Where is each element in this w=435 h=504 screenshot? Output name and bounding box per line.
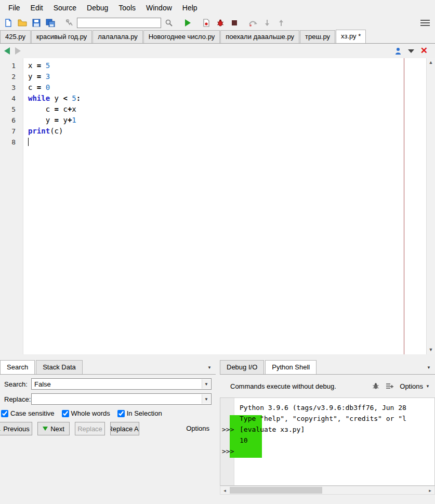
new-file-icon[interactable] [2, 17, 15, 29]
in-selection-input[interactable] [117, 410, 125, 417]
debug-marker-icon[interactable] [394, 47, 402, 55]
combo-dropdown-icon[interactable]: ▼ [202, 394, 210, 404]
file-tab[interactable]: хз.ру * [336, 30, 366, 43]
tab-debug-io[interactable]: Debug I/O [220, 360, 264, 374]
edge-margin-line [404, 58, 404, 354]
bottom-panels: Search Stack Data ▼ Search: False ▼ Repl… [0, 360, 435, 504]
run-icon[interactable] [181, 17, 194, 29]
line-number: 3 [0, 82, 16, 93]
tab-stack-data[interactable]: Stack Data [36, 360, 83, 374]
search-selection-icon[interactable] [63, 17, 75, 29]
toolbar-search-input[interactable] [77, 18, 161, 28]
search-label: Search: [4, 380, 31, 388]
code-line: c = 0 [23, 82, 426, 93]
search-options-row: Case sensitive Whole words In Selection [1, 409, 215, 417]
menu-item-window[interactable]: Window [141, 1, 177, 15]
in-selection-checkbox[interactable]: In Selection [117, 409, 162, 417]
chevron-down-icon[interactable] [408, 49, 414, 53]
file-tab[interactable]: треш.ру [300, 30, 335, 43]
scroll-left-icon[interactable]: ◂ [220, 488, 229, 493]
shell-hscrollbar[interactable]: ◂ ▸ [220, 486, 435, 495]
file-tab[interactable]: лалалала.ру [93, 30, 142, 43]
open-file-icon[interactable] [16, 17, 29, 29]
previous-button[interactable]: Previous [0, 422, 32, 435]
search-buttons-row: Previous Next Replace Replace All Option… [0, 422, 216, 435]
line-number: 7 [0, 126, 16, 137]
panel-menu-dropdown-icon[interactable]: ▼ [427, 365, 431, 370]
menu-item-tools[interactable]: Tools [113, 1, 141, 15]
next-button[interactable]: Next [37, 422, 70, 435]
menu-item-source[interactable]: Source [48, 1, 82, 15]
menu-item-edit[interactable]: Edit [25, 1, 48, 15]
code-editor[interactable]: 12345678 x = 5y = 3c = 0while y < 5: c =… [0, 58, 435, 354]
whole-words-label: Whole words [71, 409, 110, 417]
file-tab[interactable]: 425.py [0, 30, 31, 43]
shell-options-dropdown[interactable]: Options ▼ [400, 382, 430, 390]
shell-bug-icon[interactable] [372, 382, 379, 390]
replace-all-button[interactable]: Replace All [110, 422, 139, 435]
line-number: 5 [0, 104, 16, 115]
hscroll-thumb[interactable] [230, 487, 322, 494]
editor-gutter: 12345678 [0, 58, 23, 354]
stop-icon[interactable] [228, 17, 241, 29]
whole-words-checkbox[interactable]: Whole words [62, 409, 110, 417]
scroll-up-icon[interactable]: ▲ [429, 59, 433, 66]
python-shell[interactable]: Python 3.9.6 (tags/v3.9.6:db3ff76, Jun 2… [220, 397, 435, 486]
search-panel-tabs: Search Stack Data ▼ [0, 360, 216, 375]
debug-bug-icon[interactable] [214, 17, 227, 29]
panel-divider[interactable] [216, 360, 220, 504]
line-number: 1 [0, 60, 16, 71]
shell-history-icon[interactable] [386, 382, 393, 390]
back-icon[interactable] [4, 47, 10, 55]
case-sensitive-checkbox[interactable]: Case sensitive [1, 409, 55, 417]
menubar: FileEditSourceDebugToolsWindowHelp [0, 0, 435, 16]
forward-icon[interactable] [15, 47, 21, 55]
file-tabbar: 425.pyкрасивый год.рулалалала.руНовогодн… [0, 30, 435, 44]
case-sensitive-input[interactable] [1, 410, 8, 417]
whole-words-input[interactable] [62, 410, 69, 417]
close-file-icon[interactable]: ✕ [420, 47, 428, 55]
save-all-icon[interactable] [44, 17, 57, 29]
editor-vscrollbar[interactable]: ▲ ▼ [426, 58, 435, 354]
scroll-right-icon[interactable]: ▸ [426, 488, 434, 493]
replace-combobox[interactable]: ▼ [31, 393, 212, 405]
toolbar-menu-icon[interactable] [420, 20, 430, 26]
up-arrow-icon [0, 427, 1, 431]
menu-item-file[interactable]: File [3, 1, 25, 15]
line-number: 2 [0, 71, 16, 82]
panel-menu-dropdown-icon[interactable]: ▼ [207, 365, 212, 370]
search-value: False [34, 380, 51, 388]
step-into-icon[interactable] [261, 17, 273, 29]
menu-item-debug[interactable]: Debug [82, 1, 113, 15]
horizontal-splitter[interactable] [0, 354, 435, 360]
file-tab[interactable]: красивый год.ру [31, 30, 92, 43]
debug-file-icon[interactable] [200, 17, 213, 29]
search-go-icon[interactable] [163, 17, 175, 29]
shell-status-text: Commands execute without debug. [230, 382, 336, 390]
search-options-link[interactable]: Options [186, 425, 209, 432]
toolbar-separator [195, 17, 199, 29]
down-arrow-icon [43, 427, 48, 431]
step-over-icon[interactable] [247, 17, 259, 29]
shell-panel-tabs: Debug I/O Python Shell ▼ [220, 360, 435, 375]
step-out-icon[interactable] [275, 17, 287, 29]
file-tab[interactable]: Новогоднее число.ру [143, 30, 220, 43]
search-panel: Search Stack Data ▼ Search: False ▼ Repl… [0, 360, 216, 504]
tab-search[interactable]: Search [0, 360, 35, 374]
tab-python-shell[interactable]: Python Shell [265, 360, 317, 374]
shell-line: >>>[evaluate хз.py] [220, 424, 434, 435]
file-tab[interactable]: поехали дааальше.ру [220, 30, 299, 43]
save-icon[interactable] [30, 17, 43, 29]
shell-prompt: >>> [222, 424, 234, 435]
line-number: 4 [0, 93, 16, 104]
shell-line: 10 [220, 435, 434, 446]
scroll-down-icon[interactable]: ▼ [429, 347, 433, 353]
code-line: y = 3 [23, 71, 426, 82]
search-combobox[interactable]: False ▼ [31, 378, 212, 390]
menu-item-help[interactable]: Help [177, 1, 203, 15]
editor-code[interactable]: x = 5y = 3c = 0while y < 5: c = c+x y = … [23, 58, 426, 354]
combo-dropdown-icon[interactable]: ▼ [202, 379, 210, 389]
replace-button[interactable]: Replace [75, 422, 105, 435]
line-number: 6 [0, 115, 16, 126]
code-line [23, 137, 426, 148]
